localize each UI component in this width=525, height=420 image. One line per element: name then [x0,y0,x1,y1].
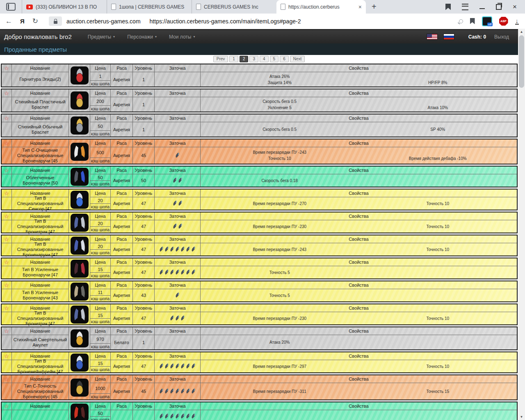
item-properties: Точность 5 [201,289,517,301]
favorite-star-icon[interactable]: ☆ [2,114,12,122]
pagination-button-next[interactable]: Next [290,56,305,62]
menu-icon[interactable] [462,4,468,10]
column-header-price: Цена [90,139,111,147]
item-properties: Атака 20% [201,335,517,349]
star-cell-empty [2,197,12,210]
window-minimize-button[interactable] [479,8,485,9]
item-name: Тип В Специализированный Бронетрак [47 [12,220,69,233]
bookmark-page-icon[interactable] [470,18,475,24]
sharpen-bullets [155,335,201,349]
sharpen-bullet-icon [170,315,174,322]
favorite-star-icon[interactable]: ☆ [2,89,12,97]
scrollbar-thumb[interactable] [519,35,524,88]
favorite-star-icon[interactable]: ☆ [2,139,12,147]
scroll-down-icon[interactable]: ▼ [518,414,525,420]
reload-icon[interactable]: ↻ [32,17,38,25]
column-header-props: Свойства [201,64,517,72]
pagination-button-5[interactable]: 5 [270,56,279,62]
column-header-price: Цена [90,258,111,266]
adblock-plus-icon[interactable]: ABP [499,17,508,26]
back-icon[interactable]: ← [5,17,12,25]
item-race: Акретия [111,174,133,187]
sold-items-list: ☆НазваниеЦенаРасаУровеньЗаточкаСвойстваГ… [0,63,518,420]
column-header-props: Свойства [201,167,517,174]
scrollbar[interactable]: ▲ ▼ [518,29,525,420]
new-tab-button[interactable]: + [366,0,382,14]
item-row: ☆НазваниеЦенаРасаУровеньЗаточкаСвойстваО… [1,166,518,187]
favorite-star-icon[interactable]: ☆ [2,402,12,410]
menu-characters[interactable]: Персонажи▾ [127,34,157,40]
column-header-price: Цена [90,167,111,174]
favorite-star-icon[interactable]: ☆ [2,281,12,289]
sharpen-bullet-icon [186,246,190,253]
item-price-cell: 1кэш шопа [90,72,111,87]
pagination-button-4[interactable]: 4 [260,56,269,62]
favorite-star-icon[interactable]: ☆ [2,375,12,383]
pagination-button-prev[interactable]: Prev [213,56,228,62]
extension-off-icon[interactable]: off [482,16,492,26]
pagination-button-3[interactable]: 3 [249,56,258,62]
pagination-button-2[interactable]: 2 [240,56,249,62]
star-cell-empty [2,174,12,187]
window-close-button[interactable]: × [513,3,517,10]
window-restore-button[interactable] [496,4,502,10]
sharpen-bullet-icon [175,269,180,276]
menu-my-lots[interactable]: Мои лоты▾ [169,34,195,40]
item-icon-cell [69,327,90,349]
favorite-star-icon[interactable]: ☆ [2,258,12,266]
sharpen-bullets [155,147,201,164]
browser-tab-2[interactable]: 1шопа | CERBERUS GAMES [107,0,192,14]
browser-tab-1[interactable]: (333) ОБЛИВИОН 13 В ПО [22,0,107,14]
tab-sidebar-icon[interactable] [6,3,16,11]
browser-tab-bar: (333) ОБЛИВИОН 13 В ПО 1шопа | CERBERUS … [0,0,525,14]
pagination-button-6[interactable]: 6 [280,56,289,62]
favorite-star-icon[interactable]: ☆ [2,352,12,360]
us-flag-icon[interactable] [427,34,438,40]
item-price: 11 [90,289,110,296]
column-header-props: Свойства [201,189,517,197]
pagination-button-1[interactable]: 1 [229,56,238,62]
favorite-star-icon[interactable]: ☆ [2,235,12,243]
sharpen-bullet-icon [175,246,180,253]
tab-close-icon[interactable]: × [357,4,362,10]
favorite-star-icon[interactable]: ☆ [2,64,12,72]
download-icon[interactable]: ↓ [515,18,519,25]
tab-title: https://auction.cerberus [288,4,354,10]
item-price: 500 [90,147,110,158]
site-security-chip[interactable] [49,16,62,26]
column-header-level: Уровень [133,258,155,266]
sharpen-bullet-icon [191,269,196,276]
item-race: Акретия [111,360,133,372]
item-name: Стихийный Обычный Браслет [12,122,69,137]
item-level: 47 [133,266,155,278]
yandex-logo-icon[interactable]: Я [20,18,25,25]
star-cell-empty [2,312,12,324]
ru-flag-icon[interactable] [443,34,454,40]
logout-link[interactable]: Выход [494,34,509,40]
column-header-props: Свойства [201,235,517,243]
favorite-star-icon[interactable]: ☆ [2,304,12,312]
property-text: Время перезарядки ПУ -230 [201,315,359,322]
item-price-cell: 20кэш шопа [90,220,111,233]
scroll-up-icon[interactable]: ▲ [518,29,525,35]
item-icon-cell [69,235,90,256]
favorite-star-icon[interactable]: ☆ [2,167,12,174]
browser-tab-3[interactable]: CERBERUS GAMES Inc [192,0,276,14]
column-header-name: Название [12,114,69,122]
item-properties: Скорость бега 0.18 [201,174,517,187]
column-header-sharpen: Заточка [155,258,201,266]
search-icon[interactable] [459,19,463,23]
item-name: Тип В Специализированный Бронемейнфрейм … [12,360,69,372]
url-input[interactable]: https://auction.cerberus-games.com/main/… [150,18,301,25]
browser-tab-active[interactable]: https://auction.cerberus × [276,0,366,14]
sharpen-bullet-icon [180,413,185,420]
menu-items[interactable]: Предметы▾ [88,34,115,40]
column-header-race: Раса [111,212,133,220]
favorite-star-icon[interactable]: ☆ [2,327,12,335]
item-row: ☆НазваниеЦенаРасаУровеньЗаточкаСвойстваС… [1,89,518,112]
bookmarks-flag-icon[interactable] [445,4,451,10]
property-text: Время перезарядки ПУ -243 [201,149,359,155]
favorite-star-icon[interactable]: ☆ [2,189,12,197]
favorite-star-icon[interactable]: ☆ [2,212,12,220]
star-cell-empty [2,243,12,256]
